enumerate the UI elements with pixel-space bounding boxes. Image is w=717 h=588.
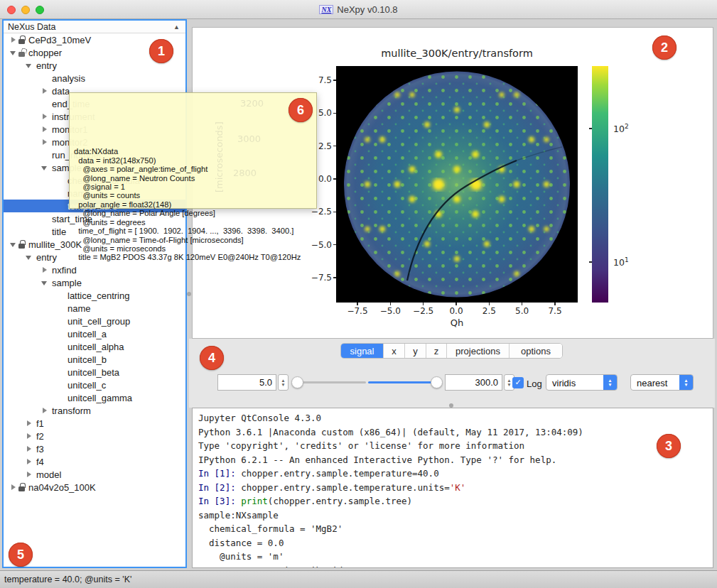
expand-arrow-icon[interactable] <box>41 125 49 134</box>
expand-arrow-icon[interactable] <box>25 445 33 453</box>
interpolation-value: nearest <box>637 376 667 390</box>
expand-arrow-icon[interactable] <box>25 457 33 466</box>
expand-arrow-icon[interactable] <box>41 138 49 146</box>
tree-item-label: sample <box>52 278 82 288</box>
tree-item-unitcell_a[interactable]: unitcell_a <box>4 327 185 340</box>
tree-item-f2[interactable]: f2 <box>4 430 185 442</box>
tree-item-f4[interactable]: f4 <box>4 455 185 468</box>
expand-arrow-icon[interactable] <box>25 470 33 479</box>
tree-item-label: na04v2o5_100K <box>28 482 96 493</box>
chevron-up-down-icon: ▲▼ <box>603 375 617 390</box>
console-line: name = 'Magnesium Diboride' <box>198 564 713 569</box>
tab-z[interactable]: z <box>426 344 446 358</box>
tab-y[interactable]: y <box>404 344 426 358</box>
tooltip-line: data:NXdata <box>74 147 312 156</box>
collapse-arrow-icon[interactable] <box>41 163 49 172</box>
expand-arrow-icon[interactable] <box>25 419 33 428</box>
expand-arrow-icon[interactable] <box>41 112 49 121</box>
tree-item-label: unitcell_alpha <box>68 342 124 352</box>
signal-min-slider-thumb[interactable] <box>291 376 303 388</box>
axis-tickmark <box>333 244 336 246</box>
x-axis-label: Qh <box>336 317 578 328</box>
expand-arrow-icon[interactable] <box>41 406 49 415</box>
tree-indent <box>56 368 65 376</box>
collapse-arrow-icon[interactable] <box>9 240 18 249</box>
window-title-text: NeXpy v0.10.8 <box>337 4 397 15</box>
tree-item-transform[interactable]: transform <box>4 404 185 417</box>
axis-tickmark <box>333 146 336 147</box>
collapse-arrow-icon[interactable] <box>9 48 18 57</box>
tree-item-sample[interactable]: sample <box>4 276 185 289</box>
expand-arrow-icon[interactable] <box>41 266 49 274</box>
tree-item-label: nxfind <box>52 265 77 276</box>
signal-max-input[interactable]: 300.0 <box>445 374 502 391</box>
tab-x[interactable]: x <box>383 344 404 358</box>
tree-item-label: unit_cell_group <box>68 316 130 327</box>
window-title: NX NeXpy v0.10.8 <box>0 0 717 19</box>
tab-options[interactable]: options <box>509 344 562 358</box>
tree-item-label: unitcell_c <box>68 380 106 391</box>
nexpy-app-icon: NX <box>319 5 333 14</box>
signal-max-slider[interactable] <box>368 376 442 388</box>
collapse-arrow-icon[interactable] <box>25 253 33 261</box>
console-line: Jupyter QtConsole 4.3.0 <box>198 411 713 425</box>
sort-ascending-icon[interactable]: ▲ <box>173 23 180 31</box>
tree-item-label: unitcell_b <box>68 354 107 365</box>
vertical-splitter-handle[interactable] <box>187 292 191 296</box>
tree-item-label: chopper <box>28 48 62 58</box>
horizontal-splitter-handle[interactable] <box>449 403 453 408</box>
tree-item-f1[interactable]: f1 <box>4 417 185 430</box>
tree-item-nxfind[interactable]: nxfind <box>4 263 185 276</box>
colorbar-tickmark <box>589 261 592 263</box>
collapse-arrow-icon[interactable] <box>25 61 33 70</box>
signal-min-stepper[interactable]: ▲▼ <box>278 374 289 391</box>
plot-canvas[interactable] <box>336 66 578 303</box>
colorbar <box>592 66 608 303</box>
expand-arrow-icon[interactable] <box>25 432 33 440</box>
tree-header[interactable]: NeXus Data ▲ <box>4 21 185 33</box>
colormap-dropdown[interactable]: viridis ▲▼ <box>546 374 618 391</box>
x-tick-label: 0.0 <box>441 306 472 316</box>
tree-item-unitcell_b[interactable]: unitcell_b <box>4 353 185 366</box>
tree-item-label: data <box>52 86 70 97</box>
tree-item-label: CePd3_10meV <box>28 35 91 45</box>
axis-tickmark <box>522 303 523 305</box>
tooltip-line: @signal = 1 <box>74 183 312 191</box>
expand-arrow-icon[interactable] <box>9 483 18 491</box>
expand-arrow-icon[interactable] <box>41 87 49 95</box>
x-tick-label: −2.5 <box>408 306 439 316</box>
tree-item-analysis[interactable]: analysis <box>4 72 185 85</box>
tree-item-label: unitcell_beta <box>68 367 119 378</box>
expand-arrow-icon[interactable] <box>9 36 18 44</box>
console-line: sample:NXsample <box>198 508 713 523</box>
tree-item-f3[interactable]: f3 <box>4 442 185 455</box>
tooltip-line: @units = microseconds <box>74 244 312 253</box>
log-checkbox[interactable]: ✓ <box>512 377 524 388</box>
x-tick-label: 7.5 <box>539 306 571 316</box>
signal-min-slider[interactable] <box>292 376 366 388</box>
tree-item-unit_cell_group[interactable]: unit_cell_group <box>4 315 185 327</box>
tree-item-unitcell_beta[interactable]: unitcell_beta <box>4 366 185 379</box>
tree-item-unitcell_c[interactable]: unitcell_c <box>4 379 185 391</box>
unlocked-file-icon <box>18 48 26 58</box>
console-line: In [1]: chopper.entry.sample.temperature… <box>198 467 713 481</box>
tab-projections[interactable]: projections <box>446 344 509 358</box>
console-line: Type 'copyright', 'credits' or 'license'… <box>198 439 713 453</box>
tree-item-model[interactable]: model <box>4 468 185 481</box>
colorbar-tick-100: 102 <box>613 123 629 134</box>
tree-item-na04v2o5_100K[interactable]: na04v2o5_100K <box>4 481 185 494</box>
axis-tickmark <box>390 303 392 305</box>
axis-tickmark <box>333 113 336 114</box>
signal-max-slider-thumb[interactable] <box>431 376 443 388</box>
tree-item-label: name <box>68 303 91 314</box>
signal-min-input[interactable]: 5.0 <box>217 374 276 391</box>
tab-signal[interactable]: signal <box>341 344 383 358</box>
jupyter-console[interactable]: Jupyter QtConsole 4.3.0Python 3.6.1 |Ana… <box>192 408 713 568</box>
collapse-arrow-icon[interactable] <box>41 278 49 287</box>
tree-item-unitcell_alpha[interactable]: unitcell_alpha <box>4 340 185 353</box>
tree-item-lattice_centring[interactable]: lattice_centring <box>4 289 185 302</box>
tree-indent <box>56 381 65 389</box>
interpolation-dropdown[interactable]: nearest ▲▼ <box>630 374 694 391</box>
tree-item-name[interactable]: name <box>4 302 185 315</box>
tree-item-unitcell_gamma[interactable]: unitcell_gamma <box>4 391 185 404</box>
